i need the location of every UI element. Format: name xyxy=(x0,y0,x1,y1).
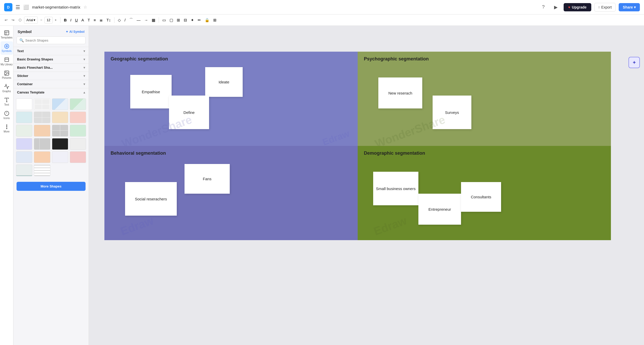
template-thumb-9[interactable] xyxy=(16,125,32,136)
ai-symbol-button[interactable]: ✦ AI Symbol xyxy=(66,30,85,34)
undo-button[interactable]: ↩ xyxy=(3,16,9,24)
sidebar-item-icons[interactable]: Icons xyxy=(1,108,13,122)
section-flowchart[interactable]: Basic Flowchart Sha... ▾ xyxy=(13,63,89,72)
section-basic-drawing[interactable]: Basic Drawing Shapes ▾ xyxy=(13,55,89,63)
edit-button[interactable]: ✏ xyxy=(196,16,202,24)
template-thumb-1[interactable] xyxy=(16,98,32,110)
font-size-control[interactable]: − 12 + xyxy=(39,16,58,24)
arrange-button[interactable]: ⊟ xyxy=(182,16,188,24)
font-size-increase[interactable]: + xyxy=(53,16,58,24)
matrix-diagram: Geographic segmentation Empathise Ideate… xyxy=(104,52,611,240)
template-thumb-19[interactable] xyxy=(52,151,68,163)
template-thumb-6[interactable] xyxy=(34,112,50,123)
note-consultants[interactable]: Consultants xyxy=(461,182,501,212)
sidebar-item-symbols[interactable]: Symbols xyxy=(1,41,13,55)
redo-button[interactable]: ↪ xyxy=(10,16,16,24)
text-style-button[interactable]: T xyxy=(86,16,91,24)
note-ideate[interactable]: Ideate xyxy=(205,67,243,97)
note-surveys[interactable]: Surveys xyxy=(433,96,471,129)
template-thumb-7[interactable] xyxy=(52,112,68,123)
canvas-templates-grid xyxy=(13,96,89,180)
template-thumb-4[interactable] xyxy=(70,98,86,110)
share-button[interactable]: Share ▾ xyxy=(619,3,640,11)
note-new-research[interactable]: New reserach xyxy=(378,77,422,108)
align-button[interactable]: ≣ xyxy=(98,16,104,24)
arrow-button[interactable]: → xyxy=(143,16,149,24)
template-thumb-21[interactable] xyxy=(16,164,32,176)
star-shape-button[interactable]: ✦ xyxy=(189,16,195,24)
symbol-panel: Symbol ✦ AI Symbol 🔍 Text ▾ Basic Drawin… xyxy=(13,26,89,345)
ai-assistant-button[interactable]: ✦ xyxy=(628,57,640,68)
svg-point-3 xyxy=(4,44,9,49)
font-family-select[interactable]: Arial ▾ xyxy=(24,17,38,24)
align-center-button[interactable]: ≡ xyxy=(92,16,97,24)
template-thumb-5[interactable] xyxy=(16,112,32,123)
filename[interactable]: market-segmentation-matrix xyxy=(32,5,80,9)
template-thumb-2[interactable] xyxy=(34,98,50,110)
lock-button[interactable]: 🔒 xyxy=(203,16,211,24)
text-format-button[interactable]: T↕ xyxy=(105,16,112,24)
section-container[interactable]: Container ▾ xyxy=(13,80,89,88)
sidebar-item-my-library[interactable]: My Library xyxy=(1,55,13,68)
search-icon: 🔍 xyxy=(19,38,24,42)
section-canvas-label: Canvas Template xyxy=(17,90,44,94)
sidebar-item-pictures[interactable]: Pictures xyxy=(1,68,13,82)
font-color-button[interactable]: A xyxy=(80,16,85,24)
template-thumb-13[interactable] xyxy=(16,138,32,150)
shape-button[interactable]: ◇ xyxy=(117,16,122,24)
bold-button[interactable]: B xyxy=(63,16,68,24)
template-thumb-20[interactable] xyxy=(70,151,86,163)
note-fans[interactable]: Fans xyxy=(185,164,230,194)
play-button[interactable]: ▶ xyxy=(551,3,561,12)
template-thumb-15[interactable] xyxy=(52,138,68,150)
underline-button[interactable]: U xyxy=(74,16,79,24)
panel-title: Symbol xyxy=(18,29,32,34)
sidebar-item-graphs[interactable]: Graphs xyxy=(1,82,13,95)
template-thumb-17[interactable] xyxy=(16,151,32,163)
note-small-business[interactable]: Small business owners xyxy=(373,172,418,205)
template-thumb-14[interactable] xyxy=(34,138,50,150)
favorite-star[interactable]: ☆ xyxy=(83,5,87,10)
table-button[interactable]: ⊞ xyxy=(212,16,218,24)
svg-point-8 xyxy=(5,72,6,73)
canvas-area[interactable]: Geographic segmentation Empathise Ideate… xyxy=(89,26,644,345)
export-button[interactable]: ↑ Export xyxy=(594,3,616,12)
note-define[interactable]: Define xyxy=(169,96,209,129)
pen-button[interactable]: / xyxy=(123,16,127,24)
group-button[interactable]: ⊞ xyxy=(175,16,181,24)
line-button[interactable]: — xyxy=(135,16,142,24)
help-button[interactable]: ? xyxy=(539,3,548,12)
font-size-input[interactable]: 12 xyxy=(44,17,53,23)
svg-rect-0 xyxy=(4,31,9,35)
template-thumb-16[interactable] xyxy=(70,138,86,150)
search-input[interactable] xyxy=(25,38,83,42)
template-thumb-11[interactable] xyxy=(52,125,68,136)
note-social-researchers[interactable]: Social reserachers xyxy=(125,182,177,216)
template-thumb-22[interactable] xyxy=(34,164,50,176)
template-thumb-18[interactable] xyxy=(34,151,50,163)
sidebar-label-symbols: Symbols xyxy=(2,50,11,53)
hamburger-menu[interactable]: ☰ xyxy=(16,4,20,10)
sidebar-label-icons: Icons xyxy=(4,117,10,120)
template-thumb-10[interactable] xyxy=(34,125,50,136)
path-button[interactable]: ⌒ xyxy=(128,16,134,24)
section-sticker[interactable]: Sticker ▾ xyxy=(13,72,89,80)
cursor-tool[interactable]: ⬡ xyxy=(17,16,23,24)
section-canvas-template[interactable]: Canvas Template ▴ xyxy=(13,88,89,96)
section-text[interactable]: Text ▾ xyxy=(13,47,89,55)
rounded-rect-button[interactable]: ▢ xyxy=(168,16,174,24)
template-thumb-8[interactable] xyxy=(70,112,86,123)
italic-button[interactable]: I xyxy=(69,16,73,24)
template-thumb-3[interactable] xyxy=(52,98,68,110)
upgrade-button[interactable]: ♥ Upgrade xyxy=(564,3,591,11)
note-empathise[interactable]: Empathise xyxy=(130,75,172,108)
sidebar-item-templates[interactable]: Templates xyxy=(1,28,13,41)
rect-button[interactable]: ▭ xyxy=(161,16,167,24)
font-size-decrease[interactable]: − xyxy=(39,16,44,24)
sidebar-item-more[interactable]: More xyxy=(1,122,13,135)
more-shapes-button[interactable]: More Shapes xyxy=(17,182,86,191)
sidebar-item-text[interactable]: Text xyxy=(1,95,13,108)
template-thumb-12[interactable] xyxy=(70,125,86,136)
note-entrepreneur[interactable]: Entrepreneur xyxy=(418,194,461,225)
border-button[interactable]: ▦ xyxy=(150,16,157,24)
